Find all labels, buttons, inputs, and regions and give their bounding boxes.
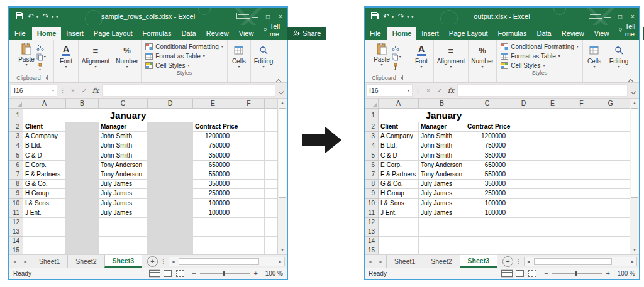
formula-input[interactable] bbox=[457, 84, 628, 97]
cell-E3[interactable] bbox=[538, 132, 567, 141]
sheet-tab-sheet1[interactable]: Sheet1 bbox=[386, 255, 423, 268]
name-box[interactable]: I16 ▾ bbox=[11, 84, 57, 97]
cell-F7[interactable] bbox=[233, 170, 265, 180]
cell-A2[interactable]: Client bbox=[379, 122, 419, 132]
vertical-scroll-thumb[interactable] bbox=[279, 108, 286, 198]
select-all-button[interactable] bbox=[365, 99, 379, 109]
alignment-menu-button[interactable]: ≡ Alignment ▾ bbox=[435, 43, 467, 69]
scroll-up-icon[interactable]: ▲ bbox=[630, 99, 639, 107]
cell-A10[interactable]: I & Sons bbox=[379, 199, 419, 208]
cell-E9[interactable]: 250000 bbox=[193, 189, 233, 198]
cell-C15[interactable] bbox=[99, 246, 148, 254]
row-header-4[interactable]: 4 bbox=[9, 141, 23, 151]
row-header-12[interactable]: 12 bbox=[9, 218, 23, 227]
scroll-left-icon[interactable]: ◄ bbox=[169, 259, 177, 264]
row-header-7[interactable]: 7 bbox=[365, 170, 379, 180]
row-header-1[interactable]: 1 bbox=[9, 109, 23, 122]
cell-D9[interactable] bbox=[509, 189, 538, 198]
tab-home[interactable]: Home bbox=[32, 27, 62, 40]
cell-D9[interactable] bbox=[148, 189, 193, 198]
cell-A3[interactable]: A Company bbox=[23, 132, 66, 141]
cell-C5[interactable]: 350000 bbox=[465, 151, 509, 161]
cell-merged-title[interactable]: January bbox=[23, 109, 233, 122]
cut-button[interactable] bbox=[392, 43, 401, 51]
redo-button[interactable]: ↷ bbox=[43, 13, 49, 20]
cell-E12[interactable] bbox=[538, 218, 567, 227]
cells-menu-button[interactable]: Cells ▾ bbox=[230, 43, 248, 69]
cell-G15[interactable] bbox=[596, 246, 625, 254]
cell-F7[interactable] bbox=[567, 170, 596, 180]
cell-D6[interactable] bbox=[509, 161, 538, 170]
cell-C9[interactable]: July James bbox=[99, 189, 148, 198]
number-menu-button[interactable]: % Number ▾ bbox=[469, 43, 496, 69]
cell-A15[interactable] bbox=[379, 246, 419, 254]
cell-F12[interactable] bbox=[567, 218, 596, 227]
cell-F12[interactable] bbox=[233, 218, 265, 227]
column-header-D[interactable]: D bbox=[148, 99, 193, 109]
cell-E7[interactable] bbox=[538, 170, 567, 180]
sheet-tab-sheet1[interactable]: Sheet1 bbox=[31, 255, 67, 268]
cell-E4[interactable] bbox=[538, 141, 567, 151]
minimize-button[interactable]: — bbox=[249, 13, 262, 20]
scroll-down-icon[interactable]: ▼ bbox=[630, 246, 639, 254]
page-layout-view-button[interactable] bbox=[514, 269, 525, 278]
scroll-right-icon[interactable]: ► bbox=[276, 259, 284, 264]
tell-me-box[interactable]: Tell me bbox=[258, 23, 287, 40]
cell-A13[interactable] bbox=[23, 227, 66, 237]
format-as-table-button[interactable]: Format as Table ▾ bbox=[501, 51, 579, 60]
cell-C13[interactable] bbox=[99, 227, 148, 237]
cell-F11[interactable] bbox=[567, 208, 596, 218]
cell-F5[interactable] bbox=[233, 151, 265, 161]
cell-G11[interactable] bbox=[596, 208, 625, 218]
cancel-entry-button[interactable]: × bbox=[68, 87, 78, 94]
cut-button[interactable] bbox=[36, 43, 46, 51]
tab-review[interactable]: Review bbox=[201, 27, 234, 40]
cells-menu-button[interactable]: Cells ▾ bbox=[585, 43, 604, 69]
cell-B9[interactable]: July James bbox=[419, 189, 465, 198]
cell-A5[interactable]: C & D bbox=[23, 151, 66, 161]
cell-C7[interactable]: Tony Anderson bbox=[99, 170, 148, 180]
insert-function-button[interactable]: fx bbox=[446, 87, 456, 95]
cell-B12[interactable] bbox=[419, 218, 465, 227]
scroll-up-icon[interactable]: ▲ bbox=[278, 99, 287, 107]
cell-A7[interactable]: F & Partners bbox=[23, 170, 66, 180]
cell-D8[interactable] bbox=[509, 180, 538, 189]
cell-A11[interactable]: J Ent. bbox=[379, 208, 419, 218]
cell-B7[interactable]: Tony Anderson bbox=[419, 170, 465, 180]
cell-B8[interactable]: July James bbox=[419, 180, 465, 189]
tab-insert[interactable]: Insert bbox=[416, 27, 444, 40]
clipboard-dialog-launcher-icon[interactable] bbox=[398, 75, 403, 80]
cell-F9[interactable] bbox=[233, 189, 265, 198]
column-header-B[interactable]: B bbox=[66, 99, 99, 109]
cell-merged-title[interactable]: January bbox=[379, 109, 509, 122]
cell-A4[interactable]: B Ltd. bbox=[23, 141, 66, 151]
cell-G9[interactable] bbox=[596, 189, 625, 198]
zoom-slider-thumb[interactable] bbox=[223, 271, 225, 276]
row-header-12[interactable]: 12 bbox=[365, 218, 379, 227]
cell-B8[interactable] bbox=[66, 180, 99, 189]
row-header-9[interactable]: 9 bbox=[9, 189, 23, 198]
tab-view[interactable]: View bbox=[589, 27, 614, 40]
paste-button[interactable]: Paste ▾ bbox=[374, 43, 390, 70]
cell-E8[interactable]: 350000 bbox=[193, 180, 233, 189]
number-menu-button[interactable]: % Number ▾ bbox=[113, 43, 141, 69]
cell-D3[interactable] bbox=[509, 132, 538, 141]
cell-C6[interactable]: Tony Anderson bbox=[99, 161, 148, 170]
cell-E4[interactable]: 750000 bbox=[193, 141, 233, 151]
tell-me-box[interactable]: Tell me bbox=[614, 23, 643, 40]
cell-E14[interactable] bbox=[538, 237, 567, 246]
row-header-10[interactable]: 10 bbox=[9, 199, 23, 208]
zoom-level[interactable]: 100 % bbox=[614, 270, 635, 277]
page-layout-view-button[interactable] bbox=[162, 269, 173, 278]
font-menu-button[interactable]: A Font ▾ bbox=[57, 43, 75, 69]
format-painter-button[interactable] bbox=[36, 62, 46, 70]
normal-view-button[interactable] bbox=[149, 269, 160, 278]
cell-F15[interactable] bbox=[567, 246, 596, 254]
maximize-button[interactable]: □ bbox=[614, 13, 626, 20]
cell-D3[interactable] bbox=[148, 132, 193, 141]
column-header-A[interactable]: A bbox=[23, 99, 66, 109]
cell-E8[interactable] bbox=[538, 180, 567, 189]
cell-D4[interactable] bbox=[509, 141, 538, 151]
cell-A15[interactable] bbox=[23, 246, 66, 254]
redo-dropdown-icon[interactable]: ▾ bbox=[407, 14, 409, 19]
